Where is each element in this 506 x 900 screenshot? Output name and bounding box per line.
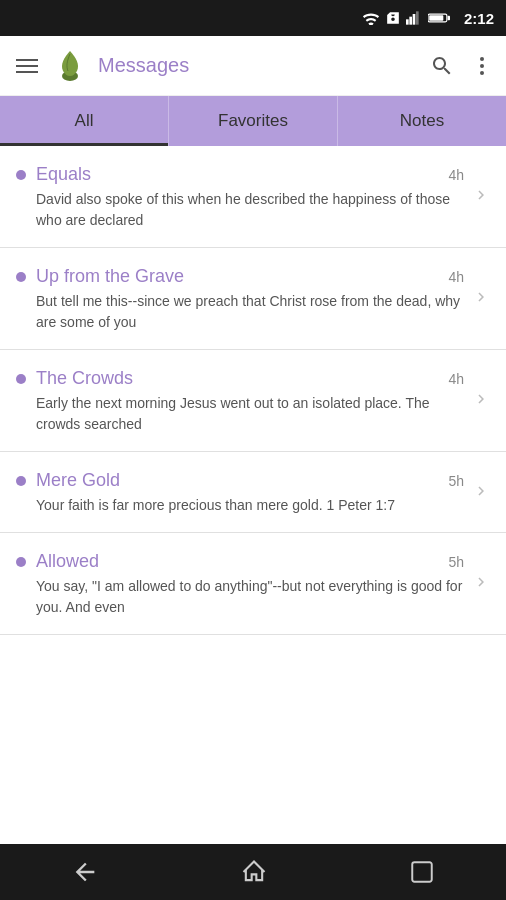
message-dot	[16, 557, 26, 567]
sim-icon	[386, 11, 400, 25]
message-title: Mere Gold	[36, 470, 120, 491]
app-bar: Messages	[0, 36, 506, 96]
message-dot	[16, 476, 26, 486]
message-preview: Early the next morning Jesus went out to…	[36, 393, 464, 435]
message-time: 4h	[448, 371, 464, 387]
message-title: The Crowds	[36, 368, 133, 389]
app-title: Messages	[98, 54, 430, 77]
message-chevron	[472, 288, 490, 311]
message-header: Equals 4h	[36, 164, 464, 185]
battery-icon	[428, 12, 450, 24]
tab-bar: All Favorites Notes	[0, 96, 506, 146]
message-dot	[16, 272, 26, 282]
svg-rect-2	[413, 14, 416, 25]
message-preview: Your faith is far more precious than mer…	[36, 495, 464, 516]
svg-rect-11	[413, 862, 433, 882]
menu-button[interactable]	[12, 55, 42, 77]
message-time: 5h	[448, 554, 464, 570]
more-button[interactable]	[470, 54, 494, 78]
message-content: Allowed 5h You say, "I am allowed to do …	[36, 551, 464, 618]
message-header: Allowed 5h	[36, 551, 464, 572]
message-time: 4h	[448, 269, 464, 285]
message-content: Mere Gold 5h Your faith is far more prec…	[36, 470, 464, 516]
message-time: 4h	[448, 167, 464, 183]
message-chevron	[472, 186, 490, 209]
app-logo	[50, 46, 90, 86]
messages-list: Equals 4h David also spoke of this when …	[0, 146, 506, 844]
message-content: Equals 4h David also spoke of this when …	[36, 164, 464, 231]
more-icon	[470, 54, 494, 78]
message-title: Equals	[36, 164, 91, 185]
message-content: Up from the Grave 4h But tell me this--s…	[36, 266, 464, 333]
home-icon	[240, 858, 268, 886]
back-button[interactable]	[71, 858, 99, 886]
message-dot	[16, 170, 26, 180]
tab-favorites[interactable]: Favorites	[169, 96, 338, 146]
message-header: The Crowds 4h	[36, 368, 464, 389]
message-preview: But tell me this--since we preach that C…	[36, 291, 464, 333]
message-preview: David also spoke of this when he describ…	[36, 189, 464, 231]
back-icon	[71, 858, 99, 886]
svg-rect-6	[448, 16, 450, 21]
status-icons: 2:12	[362, 10, 494, 27]
recent-apps-icon	[409, 859, 435, 885]
message-title: Up from the Grave	[36, 266, 184, 287]
tab-all[interactable]: All	[0, 96, 169, 146]
svg-rect-0	[406, 19, 409, 24]
message-preview: You say, "I am allowed to do anything"--…	[36, 576, 464, 618]
app-bar-actions	[430, 54, 494, 78]
message-chevron	[472, 482, 490, 505]
svg-point-10	[480, 71, 484, 75]
wifi-icon	[362, 11, 380, 25]
svg-rect-5	[429, 15, 443, 21]
status-bar: 2:12	[0, 0, 506, 36]
message-header: Up from the Grave 4h	[36, 266, 464, 287]
signal-icon	[406, 11, 422, 25]
tab-notes[interactable]: Notes	[338, 96, 506, 146]
message-item[interactable]: Allowed 5h You say, "I am allowed to do …	[0, 533, 506, 635]
message-content: The Crowds 4h Early the next morning Jes…	[36, 368, 464, 435]
message-chevron	[472, 573, 490, 596]
message-time: 5h	[448, 473, 464, 489]
message-item[interactable]: The Crowds 4h Early the next morning Jes…	[0, 350, 506, 452]
status-time: 2:12	[464, 10, 494, 27]
message-item[interactable]: Mere Gold 5h Your faith is far more prec…	[0, 452, 506, 533]
message-item[interactable]: Up from the Grave 4h But tell me this--s…	[0, 248, 506, 350]
svg-point-9	[480, 64, 484, 68]
recent-apps-button[interactable]	[409, 859, 435, 885]
message-dot	[16, 374, 26, 384]
svg-point-8	[480, 57, 484, 61]
svg-rect-3	[416, 11, 419, 24]
message-item[interactable]: Equals 4h David also spoke of this when …	[0, 146, 506, 248]
message-header: Mere Gold 5h	[36, 470, 464, 491]
message-chevron	[472, 390, 490, 413]
search-button[interactable]	[430, 54, 454, 78]
home-button[interactable]	[240, 858, 268, 886]
svg-rect-1	[409, 17, 412, 25]
bottom-nav	[0, 844, 506, 900]
message-title: Allowed	[36, 551, 99, 572]
search-icon	[430, 54, 454, 78]
